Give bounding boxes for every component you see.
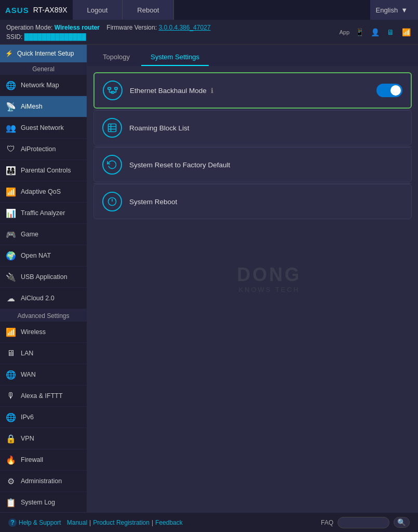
alexa-icon: 🎙: [5, 390, 17, 402]
sidebar-advanced-label: Advanced Settings: [0, 309, 87, 322]
ethernet-backhaul-label: Ethernet Backhaul Mode ℹ: [130, 87, 369, 95]
sidebar-item-firewall[interactable]: 🔥 Firewall: [0, 449, 87, 471]
sidebar-item-label: IPv6: [21, 414, 34, 421]
separator: |: [89, 519, 91, 526]
content-panel: Ethernet Backhaul Mode ℹ Roaming Block L…: [87, 66, 418, 227]
app-label: App: [339, 29, 349, 35]
sidebar-item-label: Alexa & IFTTT: [21, 392, 63, 400]
sidebar-item-usb-application[interactable]: 🔌 USB Application: [0, 267, 87, 288]
language-selector[interactable]: English ▼: [370, 0, 418, 20]
card-factory-reset[interactable]: System Reset to Factory Default: [93, 147, 412, 182]
product-registration-link[interactable]: Product Registration: [93, 519, 150, 526]
factory-reset-icon: [102, 155, 122, 175]
status-icons: App 📱 👤 🖥 📶: [339, 26, 412, 38]
sidebar-item-aiprotection[interactable]: 🛡 AiProtection: [0, 139, 87, 160]
sidebar-item-open-nat[interactable]: 🌍 Open NAT: [0, 245, 87, 267]
sidebar-item-game[interactable]: 🎮 Game: [0, 224, 87, 245]
sidebar-item-label: USB Application: [21, 273, 68, 281]
reboot-button[interactable]: Reboot: [123, 0, 174, 20]
sidebar-item-system-log[interactable]: 📋 System Log: [0, 492, 87, 512]
info-icon[interactable]: ℹ: [211, 87, 213, 95]
watermark: DONG KNOWS TECH: [237, 264, 301, 294]
ipv6-icon: 🌐: [5, 411, 17, 423]
sidebar-item-label: AiCloud 2.0: [21, 295, 55, 302]
sidebar-item-wireless[interactable]: 📶 Wireless: [0, 322, 87, 343]
svg-rect-0: [108, 88, 111, 90]
system-log-icon: 📋: [5, 497, 17, 508]
separator: |: [152, 519, 153, 526]
wan-icon: 🌐: [5, 369, 17, 380]
sidebar-item-adaptive-qos[interactable]: 📶 Adaptive QoS: [0, 181, 87, 203]
language-label: English: [375, 6, 398, 14]
sidebar-item-ipv6[interactable]: 🌐 IPv6: [0, 407, 87, 428]
sidebar-item-label: LAN: [21, 350, 33, 357]
sidebar-item-aimesh[interactable]: 📡 AiMesh: [0, 96, 87, 117]
sidebar-item-label: Game: [21, 231, 38, 238]
watermark-title: DONG: [237, 264, 301, 286]
aimesh-icon: 📡: [5, 101, 17, 112]
quick-internet-icon: ⚡: [5, 50, 13, 57]
game-icon: 🎮: [5, 229, 17, 240]
faq-search-button[interactable]: 🔍: [394, 517, 410, 528]
feedback-link[interactable]: Feedback: [155, 519, 183, 526]
watermark-subtitle: KNOWS TECH: [237, 286, 301, 294]
roaming-block-list-label: Roaming Block List: [129, 124, 403, 132]
ethernet-backhaul-icon: [103, 81, 123, 100]
card-roaming-block-list[interactable]: Roaming Block List: [93, 110, 412, 145]
ethernet-backhaul-toggle[interactable]: [376, 84, 402, 97]
screen-icon[interactable]: 🖥: [385, 26, 396, 38]
sidebar-item-lan[interactable]: 🖥 LAN: [0, 343, 87, 364]
card-system-reboot[interactable]: System Reboot: [93, 184, 412, 219]
system-reboot-icon: [102, 192, 122, 211]
sidebar-item-label: Open NAT: [21, 252, 51, 259]
sidebar-item-vpn[interactable]: 🔒 VPN: [0, 428, 87, 449]
firmware-value[interactable]: 3.0.0.4.386_47027: [158, 24, 210, 31]
factory-reset-label: System Reset to Factory Default: [129, 161, 403, 169]
svg-rect-1: [115, 88, 118, 90]
content-area: Topology System Settings: [87, 45, 418, 512]
sidebar-item-wan[interactable]: 🌐 WAN: [0, 364, 87, 385]
app-icon[interactable]: 📱: [354, 26, 365, 38]
system-reboot-label: System Reboot: [129, 198, 403, 206]
sidebar-item-guest-network[interactable]: 👥 Guest Network: [0, 117, 87, 139]
sidebar-item-label: Firewall: [21, 456, 43, 463]
asus-logo: ASUS: [5, 6, 29, 15]
sidebar-item-administration[interactable]: ⚙ Administration: [0, 471, 87, 492]
sidebar-item-label: WAN: [21, 371, 36, 378]
svg-rect-7: [109, 124, 116, 132]
sidebar-item-label: AiProtection: [21, 145, 56, 153]
signal-icon[interactable]: 📶: [400, 26, 412, 38]
open-nat-icon: 🌍: [5, 250, 17, 261]
help-support-link[interactable]: Help & Support: [19, 519, 61, 526]
sidebar-item-traffic-analyzer[interactable]: 📊 Traffic Analyzer: [0, 203, 87, 224]
tab-system-settings[interactable]: System Settings: [141, 49, 209, 66]
sidebar-item-label: Adaptive QoS: [21, 188, 61, 195]
sidebar-item-network-map[interactable]: 🌐 Network Map: [0, 75, 87, 96]
logout-button[interactable]: Logout: [73, 0, 123, 20]
traffic-analyzer-icon: 📊: [5, 207, 17, 219]
faq-search-input[interactable]: [338, 517, 389, 528]
user-icon[interactable]: 👤: [369, 26, 381, 38]
lan-icon: 🖥: [5, 348, 17, 359]
manual-link[interactable]: Manual: [67, 519, 87, 526]
parental-controls-icon: 👨‍👩‍👧: [5, 165, 17, 176]
usb-application-icon: 🔌: [5, 271, 17, 283]
main-layout: ⚡ Quick Internet Setup General 🌐 Network…: [0, 45, 418, 512]
sidebar-item-alexa[interactable]: 🎙 Alexa & IFTTT: [0, 385, 87, 407]
sidebar-item-parental-controls[interactable]: 👨‍👩‍👧 Parental Controls: [0, 160, 87, 181]
sidebar-item-aicloud[interactable]: ☁ AiCloud 2.0: [0, 288, 87, 309]
tab-topology[interactable]: Topology: [93, 49, 139, 66]
guest-network-icon: 👥: [5, 122, 17, 134]
sidebar-item-label: System Log: [21, 499, 55, 506]
firmware-label: Firmware Version:: [106, 24, 157, 31]
router-model: RT-AX89X: [33, 6, 68, 14]
quick-internet-label: Quick Internet Setup: [17, 50, 74, 57]
faq-label: FAQ: [321, 519, 333, 526]
sidebar-item-label: Traffic Analyzer: [21, 209, 65, 217]
footer-right: FAQ 🔍: [321, 517, 410, 528]
operation-mode-value: Wireless router: [55, 24, 100, 31]
ssid-value: ██████████████: [24, 33, 86, 41]
sidebar-item-label: Administration: [21, 477, 62, 485]
sidebar-item-quick-internet-setup[interactable]: ⚡ Quick Internet Setup: [0, 45, 87, 62]
help-icon: ?: [8, 518, 17, 527]
